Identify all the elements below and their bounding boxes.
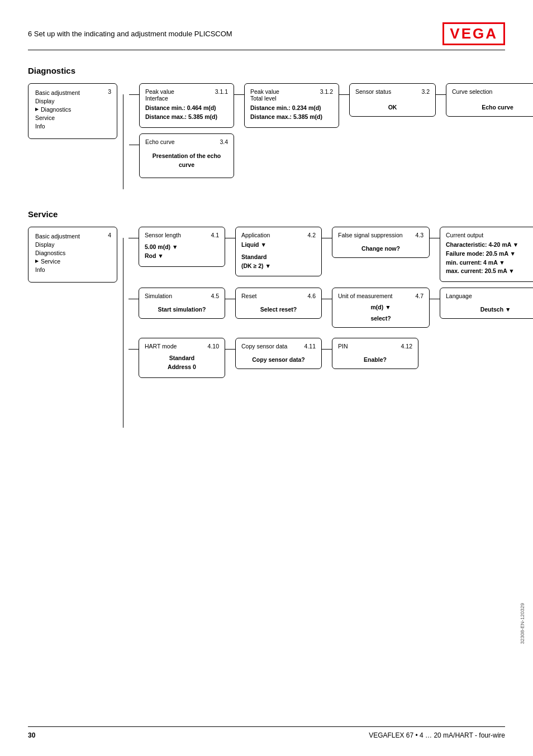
doc-code: 32308-EN-120329	[520, 603, 525, 644]
page-header: 6 Set up with the indicating and adjustm…	[28, 22, 505, 50]
card-application: Application 4.2 Liquid ▼ Standard (DK ≥ …	[235, 227, 322, 276]
page-number: 30	[28, 731, 35, 739]
card-unit-measurement: Unit of measurement 4.7 m(d) ▼ select?	[332, 288, 430, 328]
product-info: VEGAFLEX 67 • 4 … 20 mA/HART - four-wire	[369, 731, 505, 739]
service-menu: 4 Basic adjustment Display Diagnostics S…	[28, 227, 117, 283]
card-curve-selection: Curve selection 3.3 Echo curve	[446, 83, 533, 117]
card-reset: Reset 4.6 Select reset?	[235, 288, 322, 319]
card-simulation: Simulation 4.5 Start simulation?	[139, 288, 225, 319]
menu-display: Display	[35, 97, 110, 105]
svc-menu-diagnostics: Diagnostics	[35, 248, 110, 257]
footer: 30 VEGAFLEX 67 • 4 … 20 mA/HART - four-w…	[28, 726, 505, 739]
header-title: 6 Set up with the indicating and adjustm…	[28, 30, 232, 38]
diagnostics-section: Diagnostics 3 Basic adjustment Display D…	[28, 66, 505, 189]
service-title: Service	[28, 209, 505, 219]
logo: VEGA	[442, 22, 505, 45]
svc-menu-info: Info	[35, 265, 110, 274]
svc-menu-service-active: Service	[35, 257, 110, 265]
svc-menu-basic: Basic adjustment	[35, 232, 110, 240]
menu-service: Service	[35, 113, 110, 122]
menu-basic-adjustment: Basic adjustment	[35, 88, 110, 97]
diagnostics-title: Diagnostics	[28, 66, 505, 75]
card-hart-mode: HART mode 4.10 Standard Address 0	[139, 338, 225, 378]
menu-diagnostics-active: Diagnostics	[35, 105, 110, 113]
card-copy-sensor: Copy sensor data 4.11 Copy sensor data?	[235, 338, 322, 369]
menu-info: Info	[35, 122, 110, 130]
card-echo-curve: Echo curve 3.4 Presentation of the echoc…	[139, 133, 234, 178]
card-sensor-length: Sensor length 4.1 5.00 m(d) ▼ Rod ▼	[139, 227, 225, 267]
diagnostics-menu: 3 Basic adjustment Display Diagnostics S…	[28, 83, 117, 139]
service-section: Service 4 Basic adjustment Display Diagn…	[28, 209, 505, 428]
card-false-signal: False signal suppression 4.3 Change now?	[332, 227, 430, 258]
card-pin: PIN 4.12 Enable?	[332, 338, 418, 369]
card-peak-value-total: Peak value 3.1.2 Total level Distance mi…	[244, 83, 339, 128]
card-sensor-status: Sensor status 3.2 OK	[349, 83, 436, 117]
card-peak-value-interface: Peak value 3.1.1 Interface Distance min.…	[139, 83, 234, 128]
card-current-output: Current output 4.4 Characteristic: 4-20 …	[440, 227, 533, 282]
card-language: Language 4.8 Deutsch ▼	[440, 288, 533, 319]
svc-menu-display: Display	[35, 240, 110, 248]
